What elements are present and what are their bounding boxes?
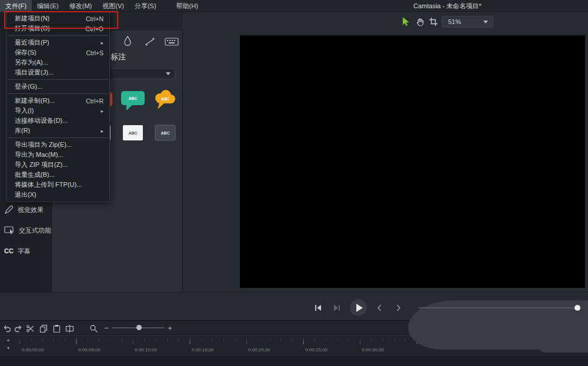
keyboard-icon [165, 36, 179, 47]
menu-item-recent-projects[interactable]: 最近项目(P)▸ [6, 38, 109, 48]
next-clip-button[interactable] [392, 302, 404, 314]
timeline-zoom-slider-handle[interactable] [136, 325, 142, 330]
redo-icon [14, 324, 22, 333]
timeline-tracks[interactable] [0, 355, 588, 366]
droplet-icon [123, 35, 132, 47]
menu-item-save-as[interactable]: 另存为(A)... [6, 58, 109, 68]
menu-file[interactable]: 文件(F) [0, 0, 32, 12]
sidebar-item-captions[interactable]: CC 字幕 [0, 243, 52, 258]
split-media-button[interactable] [64, 323, 75, 334]
chevron-down-icon [483, 21, 488, 23]
zoom-level-value: 51% [448, 18, 461, 25]
menu-item-save[interactable]: 保存(S)Ctrl+S [6, 48, 109, 58]
chevron-left-icon [375, 303, 385, 313]
curve-tool-button[interactable] [143, 35, 157, 49]
menu-separator [8, 137, 108, 138]
menu-modify[interactable]: 修改(M) [64, 0, 98, 12]
play-button[interactable] [350, 299, 367, 316]
copy-icon [39, 324, 48, 333]
zoom-in-button[interactable]: + [165, 323, 175, 334]
scissors-icon [26, 324, 35, 333]
time-label: 0:00:05;00 [78, 347, 101, 352]
track-height-decrease-button[interactable]: ▾ [4, 344, 13, 352]
sidebar-item-visual-effects[interactable]: 视觉效果 [0, 202, 52, 217]
camtasia-window: 文件(F) 编辑(E) 修改(M) 视图(V) 分享(S) 帮助(H) Camt… [0, 0, 588, 366]
menu-item-export-for-mac[interactable]: 导出为 Mac(M)... [6, 150, 109, 160]
submenu-arrow-icon: ▸ [101, 128, 103, 134]
menu-help[interactable]: 帮助(H) [171, 0, 203, 12]
zoom-level-select[interactable]: 51% [442, 16, 493, 28]
plus-icon: + [168, 324, 172, 333]
curve-icon [144, 36, 156, 48]
preview-zoom-slider[interactable] [419, 307, 579, 308]
sidebar-item-label: 字幕 [18, 247, 31, 256]
submenu-arrow-icon: ▸ [101, 108, 103, 114]
split-icon [65, 324, 74, 333]
chevron-right-icon [393, 303, 403, 313]
previous-clip-button[interactable] [374, 302, 386, 314]
svg-text:ABC: ABC [161, 131, 169, 135]
menu-item-library[interactable]: 库(R)▸ [6, 126, 109, 136]
time-label: 0:00:25;00 [305, 347, 328, 352]
cursor-arrow-icon [401, 16, 410, 27]
split-cut-button[interactable] [25, 323, 35, 334]
hand-icon [415, 17, 425, 27]
menu-item-upload-media-to-ftp[interactable]: 将媒体上传到 FTP(U)... [6, 180, 109, 190]
menu-item-sign-in[interactable]: 登录(G)... [6, 82, 109, 92]
copy-button[interactable] [38, 323, 49, 334]
step-forward-button[interactable] [331, 302, 343, 314]
paste-icon [52, 324, 61, 333]
track-height-controls: + ▾ [4, 337, 13, 352]
sidebar-item-label: 交互式功能 [19, 226, 51, 235]
menu-item-connect-mobile-device[interactable]: 连接移动设备(D)... [6, 116, 109, 126]
menu-edit[interactable]: 编辑(E) [32, 0, 64, 12]
timeline-zoom-button[interactable] [88, 323, 99, 334]
menu-separator [8, 35, 108, 36]
undo-button[interactable] [2, 323, 12, 334]
menu-item-new-recording[interactable]: 新建录制(R)...Ctrl+R [6, 96, 109, 106]
sidebar-item-interactive-features[interactable]: 交互式功能 [0, 223, 52, 238]
menubar: 文件(F) 编辑(E) 修改(M) 视图(V) 分享(S) 帮助(H) Camt… [0, 0, 588, 12]
callout-thumb-speech-bubble[interactable]: ABC [119, 88, 146, 114]
menu-item-import-zip-project[interactable]: 导入 ZIP 项目(Z)... [6, 160, 109, 170]
window-title: Camtasia - 未命名项目* [413, 2, 482, 11]
menu-item-batch-production[interactable]: 批量生成(B)... [6, 170, 109, 180]
menu-separator [8, 79, 108, 80]
undo-icon [3, 324, 12, 333]
svg-text:ABC: ABC [161, 97, 169, 101]
menu-item-project-settings[interactable]: 项目设置(J)... [6, 68, 109, 78]
crop-tool-button[interactable] [427, 15, 440, 28]
keystroke-tool-button[interactable] [164, 36, 179, 48]
menu-view[interactable]: 视图(V) [97, 0, 129, 12]
droplet-tool-button[interactable] [121, 34, 135, 48]
callout-thumb-white-rect[interactable]: ABC [119, 120, 146, 146]
redo-button[interactable] [12, 323, 23, 334]
menu-item-export-project-as-zip[interactable]: 导出项目为 Zip(E)... [6, 140, 109, 150]
minus-icon: − [104, 324, 109, 333]
preview-zoom-slider-handle[interactable] [574, 305, 580, 311]
preview-canvas [240, 35, 585, 288]
svg-text:ABC: ABC [128, 96, 137, 100]
menu-item-import[interactable]: 导入(I)▸ [6, 106, 109, 116]
time-label: 0:00:00;00 [22, 347, 44, 352]
file-menu: 新建项目(N)Ctrl+N 打开项目(O)Ctrl+O 最近项目(P)▸ 保存(… [6, 12, 110, 202]
menu-item-exit[interactable]: 退出(X) [6, 190, 109, 200]
time-label: 0:00:10;00 [135, 347, 157, 352]
callout-thumb-thought-cloud[interactable]: ABC [152, 88, 179, 114]
cursor-tool-button[interactable] [399, 15, 412, 28]
highlight-box [4, 11, 118, 29]
magnifier-icon [89, 324, 98, 333]
track-height-increase-button[interactable]: + [4, 337, 13, 344]
chevron-down-icon [166, 72, 171, 75]
pan-tool-button[interactable] [413, 15, 426, 28]
step-backward-button[interactable] [312, 302, 324, 314]
step-backward-icon [314, 304, 322, 312]
zoom-out-button[interactable]: − [101, 323, 112, 334]
watermark-blob-corner [540, 328, 588, 352]
time-label: 0:00:30;00 [362, 347, 384, 352]
step-forward-icon [333, 304, 341, 312]
paste-button[interactable] [51, 323, 62, 334]
menu-separator [8, 93, 108, 94]
menu-share[interactable]: 分享(S) [129, 0, 162, 12]
callout-thumb-dark-rect[interactable]: ABC [152, 120, 179, 146]
